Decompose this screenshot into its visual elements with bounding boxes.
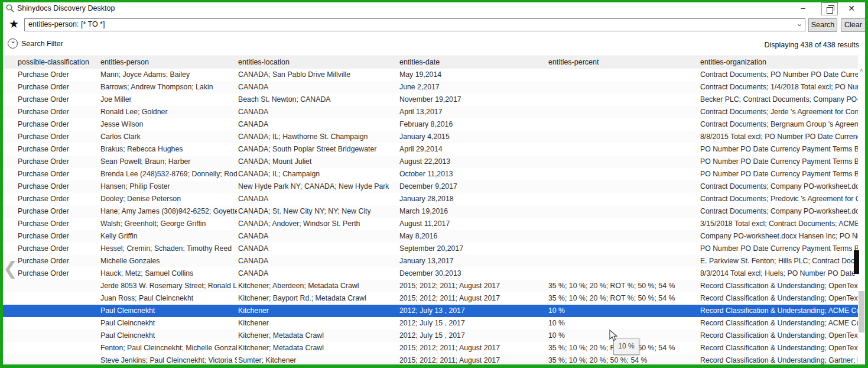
cell-entities-location[interactable]: Kitchener [238, 305, 398, 317]
cell-entities-location[interactable]: CANADA [238, 255, 398, 267]
cell-entities-date[interactable]: November 19,2017 [399, 93, 547, 106]
table-row[interactable]: Purchase OrderBrenda Lee (248)532-8769; … [3, 168, 858, 180]
cell-entities-percent[interactable] [548, 193, 699, 205]
search-query-input[interactable]: entities-person: [* TO *] [28, 20, 791, 28]
cell-entities-date[interactable]: January 4,2015 [399, 131, 547, 143]
cell-entities-percent[interactable] [548, 168, 699, 180]
cell-entities-organization[interactable]: Record Classification & Understanding; O… [700, 342, 858, 354]
cell-possible-classification[interactable]: Purchase Order [18, 81, 99, 93]
cell-entities-person[interactable]: Paul Cleincnekht [100, 305, 237, 317]
cell-entities-location[interactable]: Kitchener; Aberdeen; Metadata Crawl [238, 280, 398, 292]
table-row[interactable]: Steve Jenkins; Paul Cleincnekht; Victori… [3, 354, 858, 364]
cell-entities-person[interactable]: Fenton; Paul Cleincnekht; Michelle Gonza… [100, 342, 237, 354]
clear-button[interactable]: Clear [841, 18, 865, 32]
cell-entities-location[interactable]: Kitchener; Bayport Rd.; Metadata Crawl [238, 292, 398, 305]
cell-entities-person[interactable]: Jesse Wilson [100, 118, 237, 131]
table-row[interactable]: Purchase OrderJoe MillerBeach St. Newton… [3, 93, 858, 106]
cell-entities-location[interactable]: CANADA [238, 81, 398, 93]
table-row[interactable]: Purchase OrderWalsh; Greenholt; George G… [3, 218, 858, 230]
table-row[interactable]: Purchase OrderHansen; Philip FosterNew H… [3, 180, 858, 193]
cell-possible-classification[interactable]: Purchase Order [18, 106, 99, 118]
cell-entities-date[interactable]: 2015; 2012; 2011; August 2017 [399, 280, 547, 292]
column-header-entities-location[interactable]: entities-location [238, 56, 398, 69]
cell-entities-organization[interactable]: Contract Documents; Jerde 's Agreement f… [700, 106, 858, 118]
cell-entities-percent[interactable] [548, 180, 699, 193]
cell-possible-classification[interactable]: Purchase Order [18, 143, 99, 156]
cell-entities-organization[interactable]: Becker PLC; Contract Documents; Company … [700, 93, 858, 106]
cell-entities-date[interactable]: 2012; July 13 , 2017 [399, 305, 547, 317]
cell-entities-person[interactable]: Ronald Lee; Goldner [100, 106, 237, 118]
cell-entities-percent[interactable] [548, 267, 699, 280]
cell-possible-classification[interactable] [18, 354, 99, 364]
cell-possible-classification[interactable] [18, 292, 99, 305]
cell-entities-person[interactable]: Joe Miller [100, 93, 237, 106]
cell-possible-classification[interactable] [18, 342, 99, 354]
cell-entities-organization[interactable]: Record Classification & Understanding; O… [700, 330, 858, 342]
cell-entities-person[interactable]: Steve Jenkins; Paul Cleincnekht; Victori… [100, 354, 237, 364]
cell-entities-organization[interactable]: Contract Documents; Predovic 's Agreemen… [700, 193, 858, 205]
cell-entities-person[interactable]: Jerde 8053 W. Rosemary Street; Ronald Le… [100, 280, 237, 292]
cell-entities-person[interactable]: Paul Cleincnekht [100, 330, 237, 342]
cell-entities-date[interactable]: December 9,2017 [399, 180, 547, 193]
search-button[interactable]: Search [808, 18, 837, 32]
cell-entities-percent[interactable] [548, 81, 699, 93]
column-header-possible-classification[interactable]: possible-classification [18, 56, 99, 69]
vertical-scrollbar[interactable]: ˄ [858, 56, 865, 364]
cell-entities-person[interactable]: Sean Powell; Braun; Harber [100, 156, 237, 168]
cell-entities-percent[interactable] [548, 243, 699, 255]
cell-entities-percent[interactable] [548, 131, 699, 143]
cell-entities-organization[interactable]: Contract Documents; PO Number PO Date Cu… [700, 69, 858, 81]
cell-entities-date[interactable]: February 8,2016 [399, 118, 547, 131]
cell-entities-person[interactable]: Dooley; Denise Peterson [100, 193, 237, 205]
cell-entities-organization[interactable]: Record Classification & Understanding; A… [700, 305, 858, 317]
cell-entities-organization[interactable]: Company PO-worksheet.docx Hansen Inc; PO… [700, 230, 858, 243]
cell-entities-date[interactable]: May 19,2014 [399, 69, 547, 81]
search-combobox[interactable]: entities-person: [* TO *] ⌄ [24, 18, 805, 31]
cell-entities-location[interactable]: CANADA [238, 193, 398, 205]
cell-entities-percent[interactable]: 10 % [548, 305, 699, 317]
cell-entities-organization[interactable]: Contract Documents; Bergnaum Group 's Ag… [700, 118, 858, 131]
search-filter-label[interactable]: Search Filter [21, 40, 63, 48]
cell-entities-percent[interactable] [548, 69, 699, 81]
cell-entities-date[interactable]: 2015; 2012; 2011; August 2017 [399, 292, 547, 305]
cell-possible-classification[interactable] [18, 330, 99, 342]
cell-entities-organization[interactable]: Contract Documents; 1/4/2018 Total excl;… [700, 81, 858, 93]
cell-entities-person[interactable]: Mann; Joyce Adams; Bailey [100, 69, 237, 81]
cell-entities-percent[interactable] [548, 106, 699, 118]
cell-entities-organization[interactable]: 3/15/2018 Total excl; Contract Documents… [700, 218, 858, 230]
table-row[interactable]: Purchase OrderHauck; Metz; Samuel Collin… [3, 267, 858, 280]
cell-entities-person[interactable]: Hauck; Metz; Samuel Collins [100, 267, 237, 280]
cell-entities-organization[interactable]: PO Number PO Date Currency Payment Terms… [700, 156, 858, 168]
cell-entities-percent[interactable]: 35 %; 10 %; 20 %; ROT %; 50 %; 54 % [548, 292, 699, 305]
cell-entities-organization[interactable]: Record Classification & Understanding; O… [700, 280, 858, 292]
cell-entities-person[interactable]: Carlos Clark [100, 131, 237, 143]
cell-possible-classification[interactable] [18, 305, 99, 317]
cell-possible-classification[interactable]: Purchase Order [18, 218, 99, 230]
table-row[interactable]: Fenton; Paul Cleincnekht; Michelle Gonza… [3, 342, 858, 354]
table-row[interactable]: Purchase OrderJesse WilsonCANADAFebruary… [3, 118, 858, 131]
cell-entities-person[interactable]: Juan Ross; Paul Cleincnekht [100, 292, 237, 305]
cell-possible-classification[interactable]: Purchase Order [18, 93, 99, 106]
cell-entities-location[interactable]: CANADA [238, 106, 398, 118]
cell-entities-organization[interactable]: 8/3/2014 Total excl; Huels; PO Number PO… [700, 267, 858, 280]
cell-entities-location[interactable]: CANADA; Andover; Windsor St. Perth [238, 218, 398, 230]
table-row[interactable]: Purchase OrderKelly GriffinCANADAMay 8,2… [3, 230, 858, 243]
cell-entities-person[interactable]: Barrows; Andrew Thompson; Lakin [100, 81, 237, 93]
close-button[interactable]: ✕ [843, 2, 860, 15]
table-row[interactable]: Purchase OrderHessel; Cremin; Schaden; T… [3, 243, 858, 255]
cell-entities-organization[interactable]: PO Number PO Date Currency Payment Terms… [700, 243, 858, 255]
cell-possible-classification[interactable]: Purchase Order [18, 267, 99, 280]
scrollbar-thumb[interactable] [859, 291, 864, 333]
cell-possible-classification[interactable]: Purchase Order [18, 168, 99, 180]
cell-entities-location[interactable]: Sumter; Kitchener [238, 354, 398, 364]
cell-entities-location[interactable]: CANADA [238, 243, 398, 255]
scroll-up-arrow-icon[interactable]: ˄ [858, 66, 865, 75]
cell-possible-classification[interactable]: Purchase Order [18, 205, 99, 218]
cell-entities-location[interactable]: Kitchener; Metadata Crawl [238, 330, 398, 342]
column-header-entities-percent[interactable]: entities-percent [548, 56, 699, 69]
cell-possible-classification[interactable] [18, 280, 99, 292]
cell-entities-organization[interactable]: Record Classification & Understanding; A… [700, 317, 858, 330]
cell-entities-percent[interactable] [548, 218, 699, 230]
table-row[interactable]: Juan Ross; Paul CleincnekhtKitchener; Ba… [3, 292, 858, 305]
cell-entities-person[interactable]: Walsh; Greenholt; George Griffin [100, 218, 237, 230]
